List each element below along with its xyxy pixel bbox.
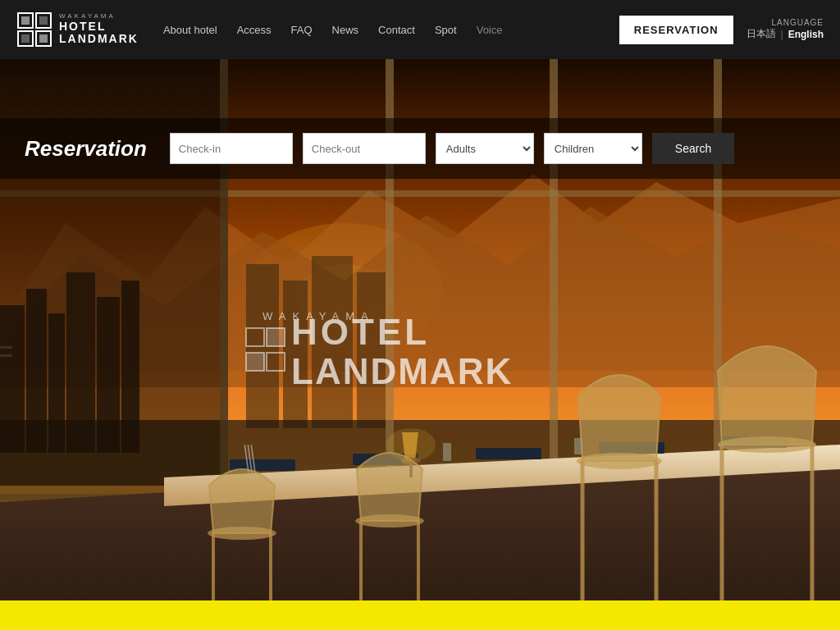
nav-contact[interactable]: Contact xyxy=(370,19,423,41)
svg-rect-65 xyxy=(246,353,264,371)
language-label: LANGUAGE xyxy=(771,18,824,27)
hero-section: WAKAYAMA HOTEL LANDMARK Reservation Adul… xyxy=(0,59,840,630)
nav-voice[interactable]: Voice xyxy=(468,19,511,41)
nav-spot[interactable]: Spot xyxy=(427,19,465,41)
svg-rect-44 xyxy=(443,443,451,461)
svg-text:LANDMARK: LANDMARK xyxy=(291,351,513,391)
reservation-bar: Reservation Adults 1 2 3 4 Children 0 1 … xyxy=(0,118,840,179)
language-section: LANGUAGE 日本語 | English xyxy=(746,18,824,41)
svg-rect-37 xyxy=(476,448,541,459)
svg-rect-5 xyxy=(21,34,30,43)
language-links: 日本語 | English xyxy=(746,27,824,41)
header: WAKAYAMA HOTEL LANDMARK About hotel Acce… xyxy=(0,0,840,59)
lang-japanese[interactable]: 日本語 xyxy=(746,27,776,41)
svg-rect-3 xyxy=(39,16,48,25)
logo-text: WAKAYAMA HOTEL LANDMARK xyxy=(59,13,139,46)
main-nav: About hotel Access FAQ News Contact Spot… xyxy=(155,19,606,41)
adults-select[interactable]: Adults 1 2 3 4 xyxy=(436,133,534,164)
logo-hotel: HOTEL xyxy=(59,21,139,33)
nav-news[interactable]: News xyxy=(324,19,368,41)
svg-rect-7 xyxy=(39,34,48,43)
nav-faq[interactable]: FAQ xyxy=(283,19,321,41)
checkin-input[interactable] xyxy=(170,133,293,164)
children-select[interactable]: Children 0 1 2 3 xyxy=(544,133,642,164)
nav-access[interactable]: Access xyxy=(229,19,280,41)
svg-rect-1 xyxy=(21,16,30,25)
reservation-title: Reservation xyxy=(25,136,147,162)
footer-bar xyxy=(0,600,840,630)
svg-text:HOTEL: HOTEL xyxy=(291,312,430,352)
checkout-input[interactable] xyxy=(303,133,426,164)
search-button[interactable]: Search xyxy=(652,133,734,164)
logo[interactable]: WAKAYAMA HOTEL LANDMARK xyxy=(16,11,139,48)
svg-rect-63 xyxy=(267,328,285,346)
logo-landmark: LANDMARK xyxy=(59,33,139,45)
lang-english[interactable]: English xyxy=(788,29,824,40)
lang-separator: | xyxy=(781,29,783,40)
reservation-button[interactable]: RESERVATION xyxy=(619,16,733,44)
nav-about-hotel[interactable]: About hotel xyxy=(155,19,226,41)
logo-icon xyxy=(16,11,52,48)
